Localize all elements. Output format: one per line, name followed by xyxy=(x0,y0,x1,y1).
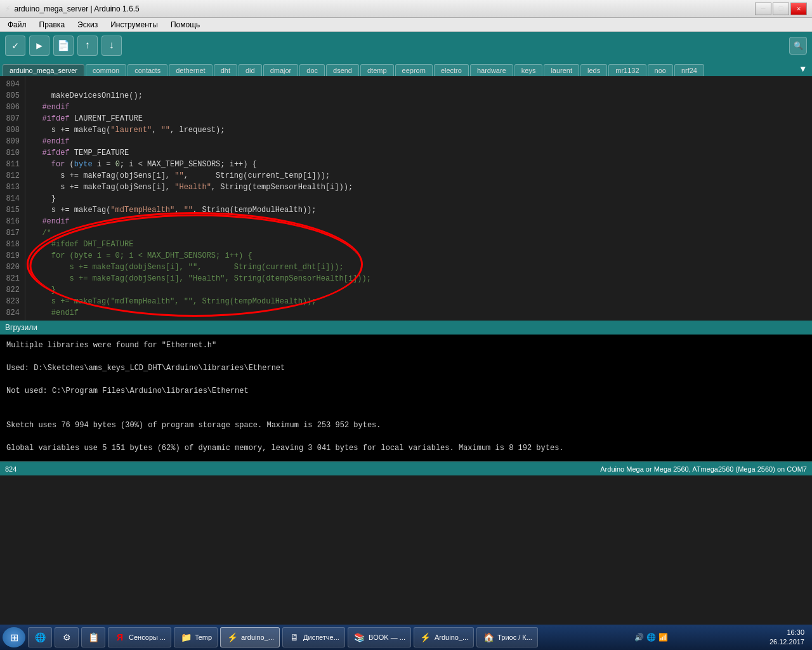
taskbar-item-arduino2[interactable]: ⚡ Arduino_... xyxy=(414,627,474,647)
close-button[interactable]: ✕ xyxy=(790,3,807,15)
arduino-icon: ⚡ xyxy=(226,631,239,644)
verify-button[interactable]: ✓ xyxy=(5,36,25,56)
clock-time: 16:30 xyxy=(769,628,804,637)
open-button[interactable]: ↑ xyxy=(77,36,98,56)
tray-icon-2: 🌐 xyxy=(646,633,656,642)
tray-icon-1: 🔊 xyxy=(634,633,644,642)
taskbar-item-trios[interactable]: 🏠 Триос / К... xyxy=(476,627,538,647)
arduino2-icon: ⚡ xyxy=(419,631,432,644)
tabs-more-button[interactable]: ▼ xyxy=(797,62,809,76)
taskbar-label-book: BOOK — ... xyxy=(369,633,405,641)
taskbar-item-unknown2[interactable]: 📋 xyxy=(81,627,105,647)
tab-nrf24[interactable]: nrf24 xyxy=(674,64,704,76)
menu-sketch[interactable]: Эскиз xyxy=(72,19,103,30)
taskbar-label-yandex: Сенсоры ... xyxy=(129,633,166,641)
taskbar-label-taskmgr: Диспетче... xyxy=(303,633,339,641)
yandex-icon: Я xyxy=(114,631,126,644)
console-line: Global variables use 5 151 bytes (62%) o… xyxy=(6,442,806,454)
line-status-bar: 824 Arduino Mega or Mega 2560, ATmega256… xyxy=(0,461,812,475)
tab-leds[interactable]: leds xyxy=(580,64,607,76)
tab-dmajor[interactable]: dmajor xyxy=(263,64,299,76)
taskbar-item-arduino[interactable]: ⚡ arduino_... xyxy=(220,627,280,647)
line-numbers: 804805806807808 809810811812813 81481581… xyxy=(0,76,25,321)
menu-edit[interactable]: Правка xyxy=(34,19,70,30)
taskmgr-icon: 🖥 xyxy=(288,631,301,644)
tab-noo[interactable]: noo xyxy=(648,64,673,76)
console-line: Sketch uses 76 994 bytes (30%) of progra… xyxy=(6,420,806,431)
clipboard-icon: 📋 xyxy=(87,631,100,644)
taskbar-item-folder[interactable]: 📁 Temp xyxy=(174,627,218,647)
tab-dht[interactable]: dht xyxy=(214,64,237,76)
save-button[interactable]: ↓ xyxy=(102,36,122,56)
tab-dsend[interactable]: dsend xyxy=(326,64,359,76)
console-line xyxy=(6,397,806,408)
menu-bar: Файл Правка Эскиз Инструменты Помощь xyxy=(0,18,812,32)
gear-icon: ⚙ xyxy=(60,631,73,644)
compile-status-bar: Вгрузили xyxy=(0,321,812,335)
console-line xyxy=(6,351,806,362)
board-info: Arduino Mega or Mega 2560, ATmega2560 (M… xyxy=(600,465,807,473)
folder-icon: 📁 xyxy=(180,631,192,644)
tab-eeprom[interactable]: eeprom xyxy=(395,64,433,76)
app-icon: ⚡ xyxy=(5,3,10,14)
tab-electro[interactable]: electro xyxy=(434,64,469,76)
taskbar-label-folder: Temp xyxy=(195,633,212,641)
taskbar-label-arduino2: Arduino_... xyxy=(435,633,468,641)
tab-keys[interactable]: keys xyxy=(514,64,543,76)
taskbar-label-trios: Триос / К... xyxy=(497,633,532,641)
maximize-button[interactable]: □ xyxy=(773,3,789,15)
taskbar-clock: 16:30 26.12.2017 xyxy=(764,628,809,647)
tab-arduino-mega-server[interactable]: arduino_mega_server xyxy=(3,64,84,76)
taskbar-label-arduino: arduino_... xyxy=(241,633,274,641)
system-tray: 🔊 🌐 📶 xyxy=(632,633,671,642)
taskbar-item-book[interactable]: 📚 BOOK — ... xyxy=(348,627,411,647)
tabs-bar: arduino_mega_server common contacts deth… xyxy=(0,60,812,76)
console-line xyxy=(6,408,806,420)
console-line xyxy=(6,374,806,385)
menu-file[interactable]: Файл xyxy=(3,19,32,30)
console-line: Not used: C:\Program Files\Arduino\libra… xyxy=(6,385,806,397)
toolbar: ✓ ▶ 📄 ↑ ↓ 🔍 xyxy=(0,32,812,60)
search-button[interactable]: 🔍 xyxy=(789,37,807,55)
tray-icon-3: 📶 xyxy=(658,633,668,642)
console-line: Multiple libraries were found for "Ether… xyxy=(6,340,806,351)
code-content[interactable]: makeDevicesOnline(); #endif #ifdef LAURE… xyxy=(25,76,812,321)
tab-common[interactable]: common xyxy=(86,64,126,76)
taskbar-item-yandex[interactable]: Я Сенсоры ... xyxy=(108,627,171,647)
upload-button[interactable]: ▶ xyxy=(29,36,49,56)
title-controls[interactable]: ─ □ ✕ xyxy=(755,3,807,15)
menu-help[interactable]: Помощь xyxy=(166,19,205,30)
tab-did[interactable]: did xyxy=(239,64,262,76)
new-button[interactable]: 📄 xyxy=(53,36,74,56)
window-title: arduino_mega_server | Arduino 1.6.5 xyxy=(14,4,139,13)
tab-doc[interactable]: doc xyxy=(299,64,325,76)
tab-mr1132[interactable]: mr1132 xyxy=(608,64,646,76)
clock-date: 26.12.2017 xyxy=(769,637,804,647)
tab-laurent[interactable]: laurent xyxy=(544,64,579,76)
compile-status-label: Вгрузили xyxy=(5,323,37,332)
title-bar: ⚡ arduino_mega_server | Arduino 1.6.5 ─ … xyxy=(0,0,812,18)
code-editor[interactable]: 804805806807808 809810811812813 81481581… xyxy=(0,76,812,321)
console-line xyxy=(6,431,806,442)
tab-dethernet[interactable]: dethernet xyxy=(169,64,212,76)
tab-hardware[interactable]: hardware xyxy=(470,64,513,76)
minimize-button[interactable]: ─ xyxy=(755,3,771,15)
taskbar-item-ie[interactable]: 🌐 xyxy=(28,627,52,647)
book-icon: 📚 xyxy=(353,631,366,644)
ie-icon: 🌐 xyxy=(34,631,46,644)
console-output[interactable]: Multiple libraries were found for "Ether… xyxy=(0,335,812,461)
console-line: Used: D:\Sketches\ams_keys_LCD_DHT\Ardui… xyxy=(6,362,806,374)
tab-dtemp[interactable]: dtemp xyxy=(360,64,394,76)
taskbar: ⊞ 🌐 ⚙ 📋 Я Сенсоры ... 📁 Temp ⚡ arduino_.… xyxy=(0,625,812,650)
start-button[interactable]: ⊞ xyxy=(3,627,25,647)
trios-icon: 🏠 xyxy=(482,631,495,644)
tab-contacts[interactable]: contacts xyxy=(128,64,167,76)
menu-tools[interactable]: Инструменты xyxy=(105,19,163,30)
current-line: 824 xyxy=(5,465,16,473)
taskbar-item-taskmgr[interactable]: 🖥 Диспетче... xyxy=(282,627,345,647)
title-bar-left: ⚡ arduino_mega_server | Arduino 1.6.5 xyxy=(5,3,140,14)
taskbar-item-unknown1[interactable]: ⚙ xyxy=(55,627,79,647)
